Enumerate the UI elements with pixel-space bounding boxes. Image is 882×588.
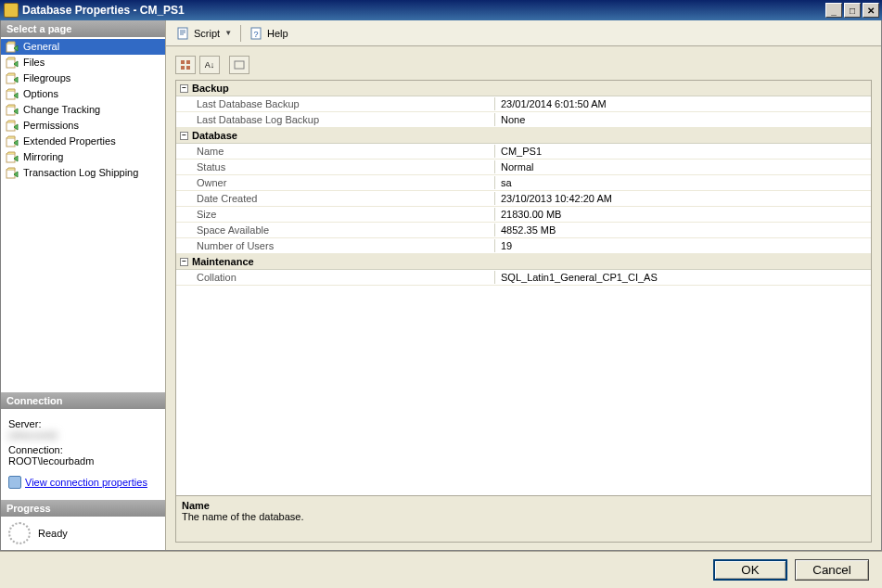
- svg-rect-15: [186, 66, 190, 70]
- page-icon: [5, 104, 19, 117]
- propgrid-key: Status: [176, 160, 495, 173]
- section-title: Backup: [192, 83, 229, 94]
- propgrid-key: Space Available: [176, 224, 495, 236]
- svg-rect-14: [181, 66, 185, 70]
- propgrid-key: Last Database Log Backup: [176, 113, 495, 126]
- cancel-button[interactable]: Cancel: [795, 559, 869, 581]
- propgrid-value: 21830.00 MB: [495, 208, 871, 221]
- svg-rect-3: [6, 91, 15, 99]
- propgrid-row[interactable]: Last Database Backup23/01/2014 6:01:50 A…: [176, 96, 871, 112]
- propgrid-row[interactable]: StatusNormal: [176, 160, 871, 175]
- propgrid-section-backup[interactable]: −Backup: [176, 81, 871, 96]
- svg-rect-7: [6, 154, 15, 162]
- connection-header: Connection: [1, 392, 165, 409]
- collapse-icon[interactable]: −: [180, 84, 188, 93]
- toolbar: Script ▼ ? Help: [166, 20, 881, 46]
- close-button[interactable]: ✕: [863, 3, 879, 18]
- page-item-label: Mirroring: [23, 150, 63, 164]
- page-item-label: Permissions: [23, 119, 79, 133]
- propgrid-value: sa: [495, 176, 871, 189]
- connection-section: Server: (obscured) Connection: ROOT\leco…: [1, 409, 165, 500]
- propgrid-key: Number of Users: [176, 239, 495, 252]
- svg-rect-2: [6, 75, 15, 83]
- property-desc-title: Name: [182, 500, 865, 511]
- help-label: Help: [267, 28, 288, 39]
- script-button[interactable]: Script ▼: [172, 24, 236, 43]
- svg-rect-13: [186, 60, 190, 64]
- page-item-general[interactable]: General: [1, 39, 165, 55]
- progress-header: Progress: [1, 500, 165, 517]
- server-value: (obscured): [8, 429, 158, 441]
- page-item-label: Files: [23, 56, 45, 70]
- propertypages-button[interactable]: [229, 56, 249, 74]
- page-item-label: Extended Properties: [23, 134, 116, 148]
- page-item-permissions[interactable]: Permissions: [1, 118, 165, 134]
- propgrid-toolbar: A↓: [175, 54, 872, 80]
- propgrid-row[interactable]: Ownersa: [176, 175, 871, 191]
- page-icon: [5, 57, 19, 70]
- propgrid-row[interactable]: Date Created23/10/2013 10:42:20 AM: [176, 191, 871, 207]
- svg-rect-6: [6, 138, 15, 147]
- propgrid-row[interactable]: CollationSQL_Latin1_General_CP1_CI_AS: [176, 270, 871, 286]
- propgrid-value: 23/10/2013 10:42:20 AM: [495, 192, 871, 205]
- svg-rect-4: [6, 107, 15, 115]
- page-item-change-tracking[interactable]: Change Tracking: [1, 102, 165, 118]
- collapse-icon[interactable]: −: [180, 132, 188, 140]
- propgrid-key: Date Created: [176, 192, 495, 205]
- propgrid-row[interactable]: Space Available4852.35 MB: [176, 223, 871, 238]
- svg-rect-12: [181, 60, 185, 64]
- ok-button[interactable]: OK: [713, 559, 787, 581]
- page-item-options[interactable]: Options: [1, 86, 165, 102]
- page-item-extended-properties[interactable]: Extended Properties: [1, 134, 165, 149]
- page-item-filegroups[interactable]: Filegroups: [1, 70, 165, 86]
- svg-rect-9: [178, 28, 187, 39]
- page-icon: [5, 88, 19, 101]
- svg-rect-16: [235, 61, 244, 69]
- help-icon: ?: [249, 26, 264, 41]
- dialog-button-bar: OK Cancel: [0, 551, 882, 588]
- section-title: Database: [192, 130, 237, 141]
- propgrid-key: Collation: [176, 271, 495, 284]
- propgrid-value: 19: [495, 239, 871, 252]
- help-button[interactable]: ? Help: [245, 24, 293, 43]
- propgrid-row[interactable]: NameCM_PS1: [176, 144, 871, 160]
- window-title: Database Properties - CM_PS1: [22, 4, 825, 17]
- progress-section: Ready: [1, 517, 165, 550]
- script-icon: [176, 26, 191, 41]
- left-panel: Select a page GeneralFilesFilegroupsOpti…: [1, 20, 166, 550]
- svg-rect-1: [6, 59, 15, 68]
- view-connection-properties-link[interactable]: View connection properties: [8, 476, 147, 489]
- svg-rect-0: [6, 44, 15, 52]
- page-item-mirroring[interactable]: Mirroring: [1, 149, 165, 165]
- page-icon: [5, 135, 19, 148]
- properties-icon: [8, 476, 21, 489]
- page-list: GeneralFilesFilegroupsOptionsChange Trac…: [1, 37, 165, 392]
- page-item-label: Change Tracking: [23, 103, 100, 117]
- minimize-button[interactable]: _: [825, 3, 842, 18]
- propgrid-value: 23/01/2014 6:01:50 AM: [495, 97, 871, 110]
- categorized-button[interactable]: [175, 56, 196, 74]
- page-item-transaction-log-shipping[interactable]: Transaction Log Shipping: [1, 165, 165, 181]
- section-title: Maintenance: [192, 256, 254, 267]
- svg-text:?: ?: [254, 30, 259, 39]
- propgrid-section-database[interactable]: −Database: [176, 128, 871, 144]
- server-label: Server:: [8, 418, 158, 429]
- alphabetical-button[interactable]: A↓: [199, 56, 220, 74]
- property-description: Name The name of the database.: [176, 495, 871, 542]
- propgrid-section-maintenance[interactable]: −Maintenance: [176, 254, 871, 270]
- svg-rect-5: [6, 122, 15, 131]
- propgrid-value: None: [495, 113, 871, 126]
- propgrid-value: Normal: [495, 160, 871, 173]
- page-item-files[interactable]: Files: [1, 55, 165, 70]
- maximize-button[interactable]: □: [844, 3, 861, 18]
- page-icon: [5, 151, 19, 164]
- collapse-icon[interactable]: −: [180, 258, 188, 266]
- propgrid-row[interactable]: Number of Users19: [176, 238, 871, 254]
- propgrid-row[interactable]: Last Database Log BackupNone: [176, 112, 871, 128]
- propgrid-key: Size: [176, 208, 495, 221]
- connection-label: Connection:: [8, 444, 158, 455]
- page-icon: [5, 167, 19, 180]
- select-page-header: Select a page: [1, 20, 165, 37]
- propgrid-row[interactable]: Size21830.00 MB: [176, 207, 871, 223]
- property-grid: −BackupLast Database Backup23/01/2014 6:…: [175, 80, 872, 543]
